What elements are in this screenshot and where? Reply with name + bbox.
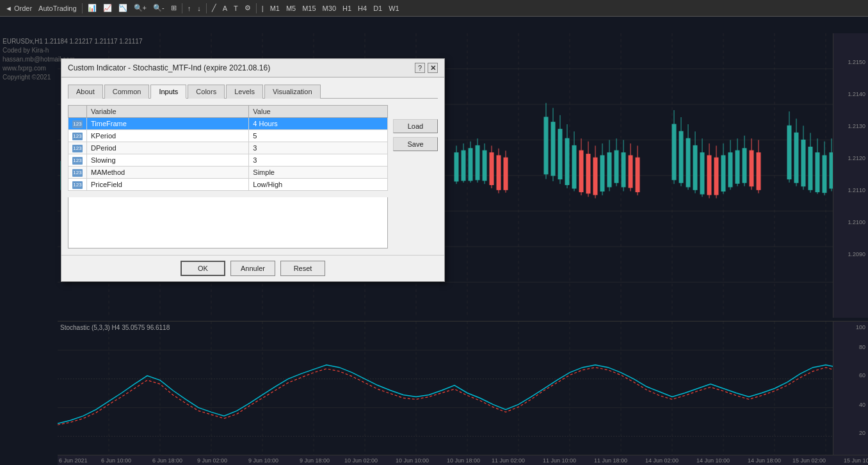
coded-by: Coded by Kira-h: [3, 46, 143, 55]
row-value: 3: [249, 142, 388, 154]
toolbar-m30[interactable]: M15: [300, 3, 318, 13]
toolbar-h4[interactable]: H1: [340, 3, 354, 13]
tab-common[interactable]: Common: [104, 85, 150, 99]
dialog-help-button[interactable]: ?: [415, 63, 425, 73]
table-row[interactable]: 123MAMethodSimple: [68, 167, 388, 179]
toolbar-h1[interactable]: M30: [320, 3, 339, 13]
side-buttons: Load Save: [393, 105, 438, 249]
time-2: 6 Jun 18:00: [152, 457, 182, 464]
time-9: 11 Jun 02:00: [492, 457, 525, 464]
inputs-table-container: Variable Value 123TimeFrame4 Hours123KPe…: [68, 105, 388, 249]
toolbar-m5[interactable]: M1: [268, 3, 282, 13]
toolbar-sep-4: [256, 3, 257, 13]
row-icon: 123: [68, 130, 87, 142]
tab-visualization[interactable]: Visualization: [264, 85, 321, 99]
tab-colors[interactable]: Colors: [188, 85, 225, 99]
tab-levels[interactable]: Levels: [226, 85, 263, 99]
time-6: 10 Jun 02:00: [344, 457, 378, 464]
toolbar-draw[interactable]: ╱: [209, 3, 219, 13]
dialog-controls: ? ✕: [415, 63, 438, 73]
toolbar-chart2[interactable]: 📈: [100, 3, 115, 13]
price-1: 1.2150: [848, 59, 865, 65]
ok-button[interactable]: OK: [181, 261, 225, 276]
price-scale: 1.2150 1.2140 1.2130 1.2120 1.2110 1.210…: [833, 33, 868, 318]
row-value: 3: [249, 154, 388, 167]
toolbar-m15[interactable]: M5: [284, 3, 298, 13]
stoch-20: 20: [859, 430, 865, 436]
toolbar-down[interactable]: ↓: [195, 3, 204, 13]
toolbar-zoom-out[interactable]: 🔍-: [150, 3, 167, 13]
toolbar-type[interactable]: T: [231, 3, 241, 13]
toolbar-sep-1: [82, 3, 83, 13]
table-area: Variable Value 123TimeFrame4 Hours123KPe…: [68, 105, 438, 249]
toolbar-order[interactable]: ◄ Order: [3, 3, 35, 13]
save-button[interactable]: Save: [393, 137, 438, 151]
price-4: 1.2120: [848, 155, 865, 161]
dialog-close-button[interactable]: ✕: [428, 63, 438, 73]
toolbar-grid[interactable]: ⊞: [168, 3, 179, 13]
indicator-dialog: Custom Indicator - Stochastic_MTF-Ind (e…: [61, 58, 445, 282]
load-button[interactable]: Load: [393, 119, 438, 133]
col-icon-header: [68, 106, 87, 118]
time-4: 9 Jun 10:00: [248, 457, 278, 464]
row-variable: TimeFrame: [87, 118, 249, 130]
stoch-100: 100: [856, 324, 865, 330]
row-icon: 123: [68, 154, 87, 167]
price-3: 1.2130: [848, 123, 865, 129]
toolbar-settings[interactable]: ⚙: [242, 3, 253, 13]
tab-bar: About Common Inputs Colors Levels Visual…: [68, 84, 438, 99]
price-6: 1.2100: [848, 219, 865, 225]
table-row[interactable]: 123KPeriod5: [68, 130, 388, 142]
cancel-button[interactable]: Annuler: [230, 261, 275, 276]
time-1: 6 Jun 10:00: [101, 457, 131, 464]
toolbar-d1[interactable]: H4: [355, 3, 369, 13]
toolbar-chart1[interactable]: 📊: [85, 3, 99, 13]
time-14: 14 Jun 18:00: [748, 457, 781, 464]
main-toolbar: ◄ Order AutoTrading 📊 📈 📉 🔍+ 🔍- ⊞ ↑ ↓ ╱ …: [0, 0, 868, 17]
stoch-svg: [58, 322, 868, 465]
toolbar-zoom-in[interactable]: 🔍+: [131, 3, 149, 13]
reset-button[interactable]: Reset: [280, 261, 325, 276]
row-icon: 123: [68, 142, 87, 154]
toolbar-autotrading[interactable]: AutoTrading: [36, 3, 79, 13]
table-empty-area: [68, 197, 388, 249]
toolbar-mn[interactable]: W1: [386, 3, 402, 13]
row-variable: DPeriod: [87, 142, 249, 154]
stoch-40: 40: [859, 402, 865, 408]
row-variable: Slowing: [87, 154, 249, 167]
time-16: 15 Jun 10:00: [844, 457, 868, 464]
time-8: 10 Jun 18:00: [447, 457, 480, 464]
toolbar-chart3[interactable]: 📉: [116, 3, 130, 13]
inputs-table: Variable Value 123TimeFrame4 Hours123KPe…: [68, 105, 388, 191]
time-12: 14 Jun 02:00: [645, 457, 679, 464]
tab-about[interactable]: About: [68, 85, 103, 99]
toolbar-sep-2: [182, 3, 182, 13]
row-icon: 123: [68, 118, 87, 130]
row-value: 4 Hours: [249, 118, 388, 130]
tab-inputs[interactable]: Inputs: [150, 85, 186, 99]
table-row[interactable]: 123TimeFrame4 Hours: [68, 118, 388, 130]
symbol-info: EURUSDx,H1 1.21184 1.21217 1.21117 1.211…: [3, 37, 143, 46]
time-7: 10 Jun 10:00: [396, 457, 429, 464]
row-value: 5: [249, 130, 388, 142]
row-value: Low/High: [249, 179, 388, 191]
toolbar-up[interactable]: ↑: [185, 3, 194, 13]
table-row[interactable]: 123Slowing3: [68, 154, 388, 167]
toolbar-w1[interactable]: D1: [371, 3, 385, 13]
time-11: 11 Jun 18:00: [594, 457, 627, 464]
stoch-60: 60: [859, 372, 865, 379]
stoch-80: 80: [859, 344, 865, 350]
time-10: 11 Jun 10:00: [543, 457, 576, 464]
toolbar-m1[interactable]: |: [259, 3, 266, 13]
row-variable: PriceField: [87, 179, 249, 191]
price-7: 1.2090: [848, 251, 865, 257]
stoch-label: Stochastic (5,3,3) H4 35.0575 96.6118: [60, 324, 170, 331]
toolbar-text[interactable]: A: [220, 3, 230, 13]
stochastic-chart: Stochastic (5,3,3) H4 35.0575 96.6118: [58, 321, 868, 465]
time-5: 9 Jun 18:00: [300, 457, 330, 464]
time-0: 6 Jun 2021: [59, 457, 88, 464]
table-row[interactable]: 123PriceFieldLow/High: [68, 179, 388, 191]
table-row[interactable]: 123DPeriod3: [68, 142, 388, 154]
time-15: 15 Jun 02:00: [792, 457, 826, 464]
col-value-header: Value: [249, 106, 388, 118]
